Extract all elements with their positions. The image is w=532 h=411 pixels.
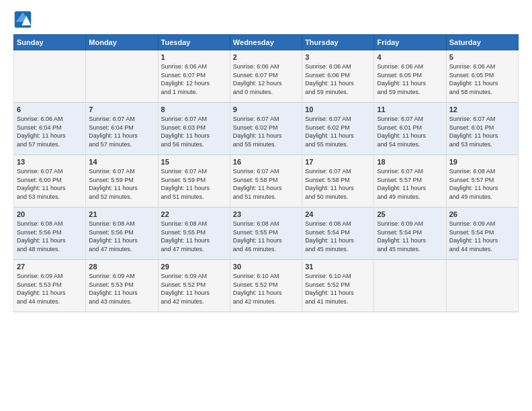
calendar-week-row: 13Sunrise: 6:07 AM Sunset: 6:00 PM Dayli… xyxy=(14,155,519,208)
calendar-cell: 28Sunrise: 6:09 AM Sunset: 5:53 PM Dayli… xyxy=(86,260,158,312)
day-number: 1 xyxy=(161,53,227,61)
weekday-header: Monday xyxy=(86,35,158,50)
day-number: 10 xyxy=(305,105,371,113)
cell-info: Sunrise: 6:09 AM Sunset: 5:54 PM Dayligh… xyxy=(449,220,515,253)
cell-info: Sunrise: 6:07 AM Sunset: 6:02 PM Dayligh… xyxy=(233,115,299,148)
header-row: SundayMondayTuesdayWednesdayThursdayFrid… xyxy=(14,35,519,50)
day-number: 19 xyxy=(449,158,515,166)
logo-icon xyxy=(13,10,32,29)
cell-info: Sunrise: 6:07 AM Sunset: 5:59 PM Dayligh… xyxy=(89,167,154,201)
day-number: 14 xyxy=(89,158,154,166)
day-number: 20 xyxy=(17,210,83,218)
calendar-cell: 3Sunrise: 6:06 AM Sunset: 6:06 PM Daylig… xyxy=(302,50,374,103)
calendar-cell: 7Sunrise: 6:07 AM Sunset: 6:04 PM Daylig… xyxy=(86,103,158,155)
cell-info: Sunrise: 6:10 AM Sunset: 5:52 PM Dayligh… xyxy=(305,272,371,306)
day-number: 15 xyxy=(161,158,227,166)
cell-info: Sunrise: 6:07 AM Sunset: 6:04 PM Dayligh… xyxy=(89,115,154,148)
calendar-table: SundayMondayTuesdayWednesdayThursdayFrid… xyxy=(13,34,519,312)
cell-info: Sunrise: 6:06 AM Sunset: 6:07 PM Dayligh… xyxy=(161,62,227,96)
calendar-cell: 15Sunrise: 6:07 AM Sunset: 5:59 PM Dayli… xyxy=(158,155,230,208)
day-number: 6 xyxy=(17,105,83,113)
calendar-week-row: 1Sunrise: 6:06 AM Sunset: 6:07 PM Daylig… xyxy=(14,50,519,103)
cell-info: Sunrise: 6:06 AM Sunset: 6:06 PM Dayligh… xyxy=(305,62,371,96)
cell-info: Sunrise: 6:09 AM Sunset: 5:53 PM Dayligh… xyxy=(17,272,83,306)
weekday-header: Wednesday xyxy=(230,35,302,50)
calendar-cell: 23Sunrise: 6:08 AM Sunset: 5:55 PM Dayli… xyxy=(230,208,302,260)
calendar-cell: 9Sunrise: 6:07 AM Sunset: 6:02 PM Daylig… xyxy=(230,103,302,155)
calendar-cell xyxy=(446,260,518,312)
cell-info: Sunrise: 6:07 AM Sunset: 6:02 PM Dayligh… xyxy=(305,115,371,148)
calendar-cell: 22Sunrise: 6:08 AM Sunset: 5:55 PM Dayli… xyxy=(158,208,230,260)
day-number: 21 xyxy=(89,210,154,218)
cell-info: Sunrise: 6:07 AM Sunset: 5:58 PM Dayligh… xyxy=(233,167,299,201)
calendar-cell: 25Sunrise: 6:09 AM Sunset: 5:54 PM Dayli… xyxy=(374,208,446,260)
calendar-cell: 26Sunrise: 6:09 AM Sunset: 5:54 PM Dayli… xyxy=(446,208,518,260)
cell-info: Sunrise: 6:06 AM Sunset: 6:04 PM Dayligh… xyxy=(17,115,83,148)
calendar-cell: 10Sunrise: 6:07 AM Sunset: 6:02 PM Dayli… xyxy=(302,103,374,155)
day-number: 31 xyxy=(305,263,371,271)
cell-info: Sunrise: 6:07 AM Sunset: 5:58 PM Dayligh… xyxy=(305,167,371,201)
day-number: 8 xyxy=(161,105,227,113)
calendar-cell: 19Sunrise: 6:08 AM Sunset: 5:57 PM Dayli… xyxy=(446,155,518,208)
cell-info: Sunrise: 6:07 AM Sunset: 5:57 PM Dayligh… xyxy=(377,167,443,201)
calendar-week-row: 27Sunrise: 6:09 AM Sunset: 5:53 PM Dayli… xyxy=(14,260,519,312)
weekday-header: Thursday xyxy=(302,35,374,50)
cell-info: Sunrise: 6:07 AM Sunset: 6:01 PM Dayligh… xyxy=(377,115,443,148)
calendar-cell: 31Sunrise: 6:10 AM Sunset: 5:52 PM Dayli… xyxy=(302,260,374,312)
calendar-cell: 13Sunrise: 6:07 AM Sunset: 6:00 PM Dayli… xyxy=(14,155,86,208)
day-number: 24 xyxy=(305,210,371,218)
cell-info: Sunrise: 6:08 AM Sunset: 5:54 PM Dayligh… xyxy=(305,220,371,253)
day-number: 17 xyxy=(305,158,371,166)
calendar-cell: 2Sunrise: 6:06 AM Sunset: 6:07 PM Daylig… xyxy=(230,50,302,103)
weekday-header: Sunday xyxy=(14,35,86,50)
calendar-cell: 5Sunrise: 6:06 AM Sunset: 6:05 PM Daylig… xyxy=(446,50,518,103)
calendar-cell: 21Sunrise: 6:08 AM Sunset: 5:56 PM Dayli… xyxy=(86,208,158,260)
calendar-cell: 14Sunrise: 6:07 AM Sunset: 5:59 PM Dayli… xyxy=(86,155,158,208)
calendar-week-row: 20Sunrise: 6:08 AM Sunset: 5:56 PM Dayli… xyxy=(14,208,519,260)
calendar-cell: 27Sunrise: 6:09 AM Sunset: 5:53 PM Dayli… xyxy=(14,260,86,312)
cell-info: Sunrise: 6:06 AM Sunset: 6:05 PM Dayligh… xyxy=(377,62,443,96)
day-number: 18 xyxy=(377,158,443,166)
day-number: 26 xyxy=(449,210,515,218)
calendar-cell: 8Sunrise: 6:07 AM Sunset: 6:03 PM Daylig… xyxy=(158,103,230,155)
day-number: 5 xyxy=(449,53,515,61)
calendar-cell: 18Sunrise: 6:07 AM Sunset: 5:57 PM Dayli… xyxy=(374,155,446,208)
calendar-cell: 6Sunrise: 6:06 AM Sunset: 6:04 PM Daylig… xyxy=(14,103,86,155)
calendar-cell: 11Sunrise: 6:07 AM Sunset: 6:01 PM Dayli… xyxy=(374,103,446,155)
day-number: 4 xyxy=(377,53,443,61)
cell-info: Sunrise: 6:08 AM Sunset: 5:57 PM Dayligh… xyxy=(449,167,515,201)
calendar-cell: 30Sunrise: 6:10 AM Sunset: 5:52 PM Dayli… xyxy=(230,260,302,312)
day-number: 9 xyxy=(233,105,299,113)
cell-info: Sunrise: 6:08 AM Sunset: 5:56 PM Dayligh… xyxy=(89,220,154,253)
cell-info: Sunrise: 6:09 AM Sunset: 5:52 PM Dayligh… xyxy=(161,272,227,306)
day-number: 13 xyxy=(17,158,83,166)
weekday-header: Friday xyxy=(374,35,446,50)
calendar-cell: 20Sunrise: 6:08 AM Sunset: 5:56 PM Dayli… xyxy=(14,208,86,260)
cell-info: Sunrise: 6:09 AM Sunset: 5:54 PM Dayligh… xyxy=(377,220,443,253)
cell-info: Sunrise: 6:07 AM Sunset: 6:00 PM Dayligh… xyxy=(17,167,83,201)
day-number: 22 xyxy=(161,210,227,218)
calendar-cell xyxy=(86,50,158,103)
day-number: 12 xyxy=(449,105,515,113)
calendar-cell: 12Sunrise: 6:07 AM Sunset: 6:01 PM Dayli… xyxy=(446,103,518,155)
weekday-header: Tuesday xyxy=(158,35,230,50)
calendar-cell: 24Sunrise: 6:08 AM Sunset: 5:54 PM Dayli… xyxy=(302,208,374,260)
calendar-cell: 17Sunrise: 6:07 AM Sunset: 5:58 PM Dayli… xyxy=(302,155,374,208)
calendar-cell: 4Sunrise: 6:06 AM Sunset: 6:05 PM Daylig… xyxy=(374,50,446,103)
cell-info: Sunrise: 6:06 AM Sunset: 6:07 PM Dayligh… xyxy=(233,62,299,96)
cell-info: Sunrise: 6:07 AM Sunset: 5:59 PM Dayligh… xyxy=(161,167,227,201)
day-number: 2 xyxy=(233,53,299,61)
header xyxy=(13,10,519,29)
weekday-header: Saturday xyxy=(446,35,518,50)
cell-info: Sunrise: 6:09 AM Sunset: 5:53 PM Dayligh… xyxy=(89,272,154,306)
day-number: 25 xyxy=(377,210,443,218)
cell-info: Sunrise: 6:08 AM Sunset: 5:56 PM Dayligh… xyxy=(17,220,83,253)
day-number: 11 xyxy=(377,105,443,113)
calendar-cell: 16Sunrise: 6:07 AM Sunset: 5:58 PM Dayli… xyxy=(230,155,302,208)
day-number: 27 xyxy=(17,263,83,271)
calendar-week-row: 6Sunrise: 6:06 AM Sunset: 6:04 PM Daylig… xyxy=(14,103,519,155)
calendar-cell xyxy=(374,260,446,312)
logo-area xyxy=(13,10,35,29)
cell-info: Sunrise: 6:08 AM Sunset: 5:55 PM Dayligh… xyxy=(233,220,299,253)
page: SundayMondayTuesdayWednesdayThursdayFrid… xyxy=(0,0,532,411)
